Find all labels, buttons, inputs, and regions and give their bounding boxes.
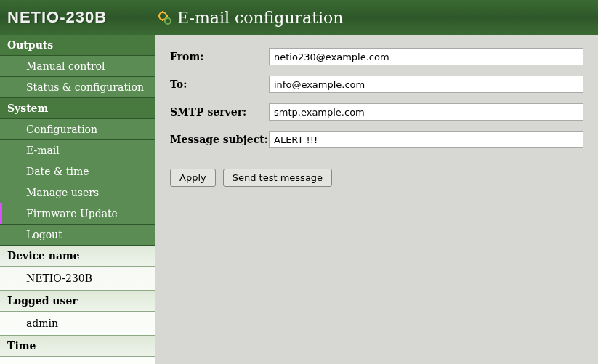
svg-point-1	[161, 15, 163, 17]
info-header-device-name: Device name	[0, 246, 155, 267]
page-title-wrap: E-mail configuration	[155, 9, 344, 27]
sidebar-item-manual-control[interactable]: Manual control	[0, 56, 155, 77]
subject-input[interactable]	[269, 131, 583, 148]
info-value-device-name: NETIO-230B	[0, 267, 155, 291]
sidebar-header-outputs: Outputs	[0, 35, 155, 56]
info-header-time: Time	[0, 336, 155, 357]
sidebar-item-date-time[interactable]: Date & time	[0, 161, 155, 182]
svg-point-7	[167, 20, 169, 22]
to-input[interactable]	[269, 76, 583, 93]
gear-icon	[155, 9, 173, 26]
info-header-logged-user: Logged user	[0, 291, 155, 312]
sidebar-item-status-config[interactable]: Status & configuration	[0, 77, 155, 98]
page-title: E-mail configuration	[177, 9, 344, 27]
from-input[interactable]	[269, 48, 583, 65]
brand-logo: NETIO-230B	[0, 8, 155, 27]
subject-label: Message subject:	[170, 131, 269, 145]
sidebar-item-logout[interactable]: Logout	[0, 225, 155, 246]
sidebar-item-configuration[interactable]: Configuration	[0, 119, 155, 140]
sidebar-header-system: System	[0, 98, 155, 119]
send-test-button[interactable]: Send test message	[223, 169, 332, 187]
header-bar: NETIO-230B E-ma	[0, 0, 598, 35]
info-value-time: 2010-10-26 12:08:19	[0, 357, 155, 364]
smtp-label: SMTP server:	[170, 103, 269, 118]
info-value-logged-user: admin	[0, 312, 155, 336]
from-label: From:	[170, 48, 269, 62]
apply-button[interactable]: Apply	[170, 169, 216, 187]
sidebar-item-manage-users[interactable]: Manage users	[0, 182, 155, 203]
sidebar-item-email[interactable]: E-mail	[0, 140, 155, 161]
sidebar: Outputs Manual control Status & configur…	[0, 35, 155, 364]
sidebar-item-firmware-update[interactable]: Firmware Update	[0, 203, 155, 225]
smtp-input[interactable]	[269, 103, 583, 121]
main-panel: From: To: SMTP server: Message subject: …	[155, 35, 598, 364]
to-label: To:	[170, 76, 269, 90]
